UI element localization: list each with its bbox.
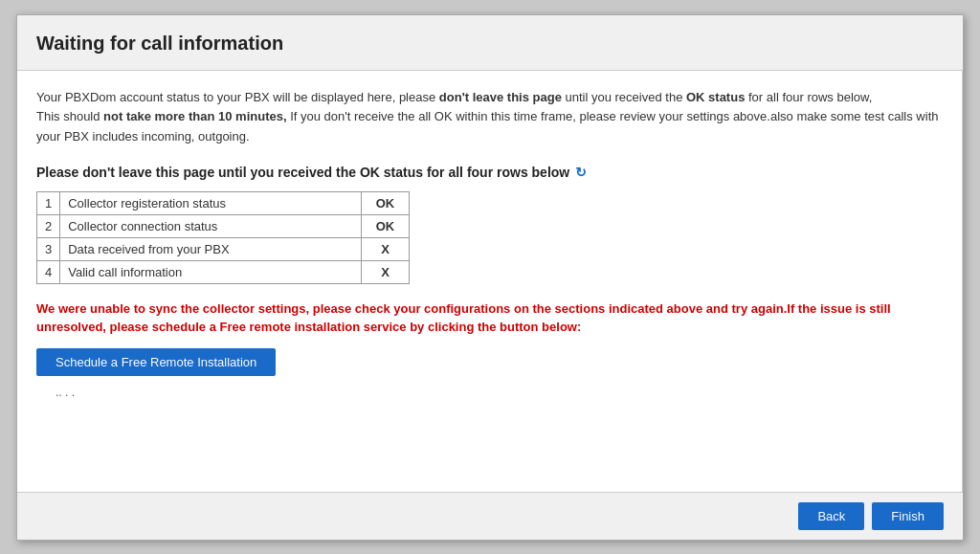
row-label: Collector connection status: [60, 214, 362, 237]
error-message: We were unable to sync the collector set…: [36, 299, 943, 337]
table-row: 3 Data received from your PBX X: [37, 237, 410, 260]
status-table: 1 Collector registeration status OK 2 Co…: [36, 191, 410, 284]
intro-paragraph: Your PBXDom account status to your PBX w…: [36, 88, 943, 147]
section-title-text: Please don't leave this page until you r…: [36, 165, 569, 180]
intro-text-2: until you received the: [562, 90, 686, 104]
row-label: Valid call information: [60, 260, 362, 283]
main-window: Waiting for call information Your PBXDom…: [16, 14, 964, 541]
row-status: X: [362, 260, 410, 283]
row-num: 3: [37, 237, 60, 260]
table-row: 4 Valid call information X: [37, 260, 410, 283]
schedule-free-remote-installation-button[interactable]: Schedule a Free Remote Installation: [36, 348, 276, 376]
row-status: X: [362, 237, 410, 260]
intro-text-1: Your PBXDom account status to your PBX w…: [36, 90, 439, 104]
intro-bold-2: OK status: [686, 90, 745, 104]
finish-button[interactable]: Finish: [872, 502, 944, 530]
window-body: Your PBXDom account status to your PBX w…: [17, 71, 963, 492]
row-label: Collector registeration status: [60, 191, 362, 214]
row-label: Data received from your PBX: [60, 237, 362, 260]
row-status: OK: [362, 191, 410, 214]
window-footer: Back Finish: [17, 492, 963, 540]
row-num: 2: [37, 214, 60, 237]
table-row: 2 Collector connection status OK: [37, 214, 410, 237]
window-header: Waiting for call information: [17, 15, 963, 71]
row-status: OK: [362, 214, 410, 237]
row-num: 4: [37, 260, 60, 283]
content-area: Your PBXDom account status to your PBX w…: [17, 71, 963, 492]
table-row: 1 Collector registeration status OK: [37, 191, 410, 214]
intro-bold-3: not take more than 10 minutes,: [103, 109, 286, 123]
page-title: Waiting for call information: [36, 33, 944, 55]
back-button[interactable]: Back: [798, 502, 864, 530]
dots-text: .. . .: [56, 386, 75, 399]
row-num: 1: [37, 191, 60, 214]
intro-bold-1: don't leave this page: [439, 90, 562, 104]
section-title: Please don't leave this page until you r…: [36, 165, 943, 180]
dots-area: .. . .: [36, 376, 943, 409]
refresh-icon[interactable]: ↻: [575, 165, 587, 180]
